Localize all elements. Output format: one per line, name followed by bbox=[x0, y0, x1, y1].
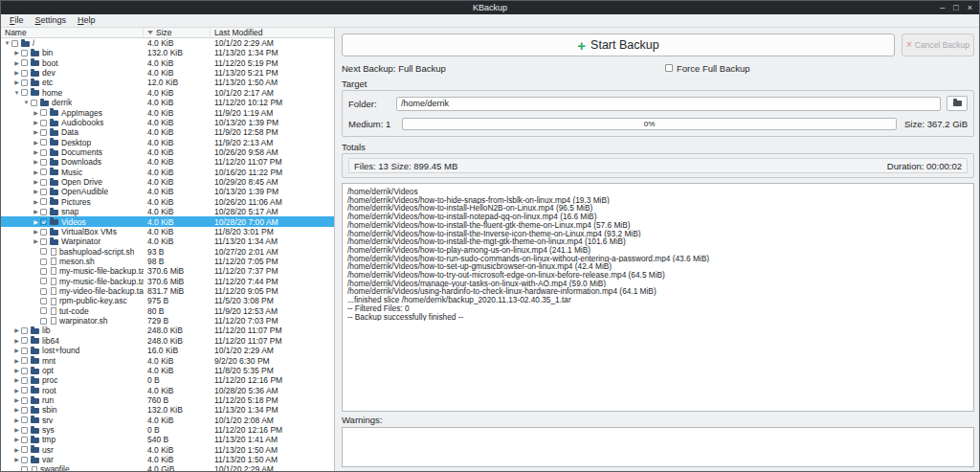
tree-item-checkbox[interactable] bbox=[40, 298, 47, 304]
expander-icon[interactable]: ▶ bbox=[32, 138, 40, 147]
expander-icon[interactable]: ▶ bbox=[12, 395, 21, 405]
tree-item-checkbox[interactable] bbox=[40, 288, 47, 295]
tree-item-checkbox[interactable] bbox=[40, 248, 47, 255]
expander-icon[interactable]: ▶ bbox=[12, 386, 21, 395]
tree-item-checkbox[interactable] bbox=[40, 198, 47, 205]
expander-icon[interactable]: ▶ bbox=[32, 227, 40, 236]
tree-row[interactable]: ▶Audiobooks4.0 KiB10/13/20 1:39 PM bbox=[1, 118, 334, 127]
expander-icon[interactable]: ▶ bbox=[12, 375, 21, 385]
expander-icon[interactable]: ▶ bbox=[12, 58, 21, 68]
force-full-backup-option[interactable]: Force Full Backup bbox=[665, 63, 750, 74]
tree-row[interactable]: ▶root4.0 KiB10/28/20 5:36 AM bbox=[1, 386, 334, 395]
tree-row[interactable]: ▼derrik4.0 KiB11/12/20 10:12 PM bbox=[1, 98, 334, 107]
tree-row[interactable]: ▶lib64248.0 KiB11/12/20 11:07 PM bbox=[1, 336, 334, 346]
tree-item-checkbox[interactable] bbox=[40, 179, 47, 186]
tree-item-checkbox[interactable] bbox=[40, 109, 47, 116]
menu-help[interactable]: Help bbox=[72, 14, 101, 27]
expander-icon[interactable]: ▶ bbox=[12, 416, 21, 425]
warnings-box[interactable] bbox=[342, 427, 974, 467]
tree-item-checkbox[interactable] bbox=[21, 427, 28, 434]
close-icon[interactable]: × bbox=[968, 2, 972, 14]
start-backup-button[interactable]: + Start Backup bbox=[342, 34, 895, 56]
expander-icon[interactable]: ▶ bbox=[12, 326, 21, 335]
tree-row[interactable]: ▶usr4.0 KiB11/13/20 1:50 AM bbox=[1, 445, 334, 455]
tree-item-checkbox[interactable] bbox=[21, 377, 28, 384]
tree-item-checkbox[interactable] bbox=[21, 59, 28, 66]
expander-icon[interactable]: ▶ bbox=[12, 435, 21, 444]
tree-row[interactable]: meson.sh98 B11/12/20 7:05 PM bbox=[1, 257, 334, 266]
tree-item-checkbox[interactable] bbox=[21, 387, 28, 393]
tree-item-checkbox[interactable] bbox=[21, 397, 28, 404]
expander-icon[interactable]: ▶ bbox=[12, 366, 21, 375]
tree-row[interactable]: ▶sbin132.0 KiB11/13/20 1:34 PM bbox=[1, 405, 334, 415]
expander-icon[interactable]: ▶ bbox=[32, 236, 40, 246]
tree-item-checkbox[interactable] bbox=[21, 407, 28, 414]
tree-item-checkbox[interactable] bbox=[21, 79, 28, 86]
expander-icon[interactable]: ▶ bbox=[32, 217, 40, 227]
tree-item-checkbox[interactable] bbox=[40, 238, 47, 245]
tree-item-checkbox[interactable] bbox=[40, 159, 47, 166]
tree-item-checkbox[interactable] bbox=[21, 466, 28, 471]
expander-icon[interactable]: ▼ bbox=[12, 88, 21, 98]
expander-icon[interactable]: ▶ bbox=[32, 187, 40, 196]
tree-item-checkbox[interactable] bbox=[21, 348, 28, 354]
tree-item-checkbox[interactable] bbox=[21, 50, 28, 56]
tree-row[interactable]: ▶etc12.0 KiB11/13/20 1:50 AM bbox=[1, 78, 334, 87]
menu-file[interactable]: File bbox=[4, 14, 30, 27]
tree-row[interactable]: ▶lib248.0 KiB11/12/20 11:07 PM bbox=[1, 326, 334, 335]
tree-row[interactable]: warpinator.sh729 B11/12/20 7:03 PM bbox=[1, 316, 334, 326]
tree-row[interactable]: ▶var4.0 KiB11/13/20 1:50 AM bbox=[1, 455, 334, 464]
tree-item-checkbox[interactable] bbox=[40, 169, 47, 175]
tree-row[interactable]: ▼home4.0 KiB10/1/20 2:17 AM bbox=[1, 88, 334, 98]
tree-item-checkbox[interactable] bbox=[21, 357, 28, 364]
tree-row[interactable]: my-music-file-backup.tar.gz370.6 MiB11/1… bbox=[1, 266, 334, 276]
tree-row[interactable]: ▶Music4.0 KiB10/16/20 11:22 PM bbox=[1, 168, 334, 177]
expander-icon[interactable]: ▶ bbox=[12, 356, 21, 366]
tree-item-checkbox[interactable] bbox=[40, 120, 47, 126]
tree-item-checkbox[interactable] bbox=[40, 209, 47, 215]
tree-row[interactable]: ▶srv4.0 KiB10/1/20 2:08 AM bbox=[1, 416, 334, 425]
tree-row[interactable]: ▶dev4.0 KiB11/13/20 5:21 PM bbox=[1, 68, 334, 78]
expander-icon[interactable]: ▶ bbox=[12, 455, 21, 464]
expander-icon[interactable]: ▶ bbox=[12, 336, 21, 346]
expander-icon[interactable]: ▶ bbox=[12, 425, 21, 435]
column-header-size[interactable]: Size bbox=[144, 28, 211, 37]
tree-item-checkbox[interactable] bbox=[21, 337, 28, 344]
tree-item-checkbox[interactable] bbox=[21, 446, 28, 453]
expander-icon[interactable]: ▶ bbox=[32, 118, 40, 127]
tree-row[interactable]: ▶run760 B11/12/20 5:18 PM bbox=[1, 395, 334, 405]
tree-row[interactable]: ▶AppImages4.0 KiB11/9/20 1:19 AM bbox=[1, 108, 334, 118]
expander-icon[interactable]: ▶ bbox=[32, 108, 40, 118]
tree-item-checkbox[interactable] bbox=[21, 368, 28, 374]
expander-icon[interactable]: ▶ bbox=[32, 207, 40, 216]
tree-row[interactable]: ▶VirtualBox VMs4.0 KiB11/8/20 3:01 PM bbox=[1, 227, 334, 236]
tree-item-checkbox[interactable] bbox=[40, 318, 47, 325]
expander-icon[interactable]: ▶ bbox=[12, 68, 21, 78]
expander-icon[interactable]: ▶ bbox=[32, 168, 40, 177]
tree-row[interactable]: ▶tmp540 B11/13/20 1:41 AM bbox=[1, 435, 334, 444]
tree-row[interactable]: ▶Data4.0 KiB11/9/20 12:58 PM bbox=[1, 127, 334, 137]
tree-row[interactable]: ▶Warpinator4.0 KiB11/13/20 1:34 AM bbox=[1, 236, 334, 246]
tree-item-checkbox[interactable] bbox=[40, 307, 47, 314]
expander-icon[interactable]: ▶ bbox=[12, 346, 21, 355]
tree-item-checkbox[interactable] bbox=[21, 70, 28, 77]
tree-row[interactable]: ▶Downloads4.0 KiB11/12/20 11:07 PM bbox=[1, 157, 334, 167]
tree-row[interactable]: ▶sys0 B11/12/20 12:16 PM bbox=[1, 425, 334, 435]
minimize-icon[interactable]: – bbox=[940, 2, 945, 14]
tree-row[interactable]: ▶opt4.0 KiB11/8/20 5:35 PM bbox=[1, 366, 334, 375]
tree-row[interactable]: swapfile4.0 GiB10/1/20 2:29 AM bbox=[1, 464, 334, 471]
expander-icon[interactable]: ▶ bbox=[12, 48, 21, 57]
backup-log[interactable]: /home/derrik/Videos/home/derrik/Videos/h… bbox=[342, 183, 974, 412]
expander-icon[interactable]: ▶ bbox=[32, 147, 40, 157]
column-header-name[interactable]: Name bbox=[1, 28, 144, 37]
tree-item-checkbox[interactable] bbox=[40, 278, 47, 284]
tree-row[interactable]: rpm-public-key.asc975 B11/5/20 3:08 PM bbox=[1, 296, 334, 305]
tree-item-checkbox[interactable] bbox=[31, 100, 37, 106]
choose-folder-button[interactable] bbox=[947, 96, 968, 111]
tree-row[interactable]: bashupload-script.sh93 B10/27/20 2:01 AM bbox=[1, 247, 334, 257]
tree-row[interactable]: ▶OpenAudible4.0 KiB10/13/20 1:39 PM bbox=[1, 187, 334, 196]
tree-item-checkbox[interactable] bbox=[21, 416, 28, 423]
expander-icon[interactable]: ▶ bbox=[12, 405, 21, 415]
tree-item-checkbox[interactable] bbox=[40, 268, 47, 275]
tree-row[interactable]: ▶proc0 B11/12/20 12:16 PM bbox=[1, 375, 334, 385]
